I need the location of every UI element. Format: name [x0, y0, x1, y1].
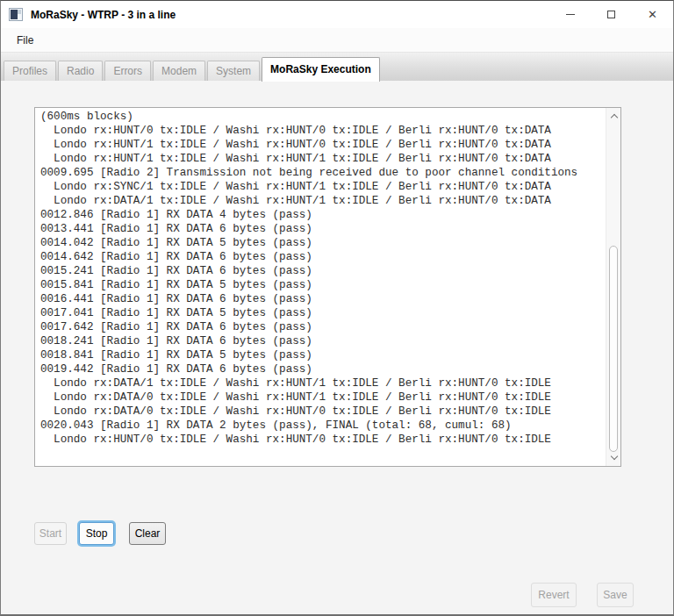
- maximize-icon: [607, 11, 615, 18]
- tab-profiles: Profiles: [4, 61, 56, 81]
- close-icon: ✕: [648, 9, 657, 20]
- tab-morasky-execution[interactable]: MoRaSky Execution: [262, 57, 380, 82]
- chevron-up-icon: [610, 114, 617, 121]
- scrollbar-up-button[interactable]: [606, 109, 621, 123]
- tab-errors: Errors: [104, 61, 151, 81]
- window-controls: ✕: [549, 1, 673, 28]
- maximize-button[interactable]: [591, 1, 632, 28]
- app-window: MoRaSky - WTRP - 3 in a line ✕ File Prof…: [0, 0, 674, 616]
- app-icon: [9, 8, 23, 21]
- tab-system: System: [207, 61, 260, 81]
- log-scrollbar[interactable]: [606, 108, 620, 466]
- tab-modem: Modem: [153, 61, 205, 81]
- execution-log-textbox[interactable]: (600ms blocks) Londo rx:HUNT/0 tx:IDLE /…: [34, 107, 621, 467]
- save-button: Save: [597, 583, 634, 607]
- clear-button[interactable]: Clear: [129, 522, 166, 545]
- scrollbar-thumb[interactable]: [609, 246, 618, 452]
- revert-button: Revert: [531, 583, 577, 607]
- tab-strip: Profiles Radio Errors Modem System MoRaS…: [1, 52, 673, 81]
- tab-radio: Radio: [58, 61, 103, 81]
- execution-log-text: (600ms blocks) Londo rx:HUNT/0 tx:IDLE /…: [40, 110, 604, 464]
- app-icon-pane-small: [18, 10, 21, 14]
- stop-button[interactable]: Stop: [79, 522, 114, 545]
- tabs-row: Profiles Radio Errors Modem System MoRaS…: [4, 57, 382, 81]
- chevron-down-icon: [610, 453, 617, 460]
- minimize-icon: [566, 14, 575, 15]
- app-icon-pane: [11, 10, 18, 19]
- window-title: MoRaSky - WTRP - 3 in a line: [31, 9, 176, 21]
- menu-item-file[interactable]: File: [11, 34, 39, 47]
- menu-bar: File: [1, 28, 673, 52]
- close-button[interactable]: ✕: [632, 1, 673, 28]
- minimize-button[interactable]: [549, 1, 591, 28]
- title-bar[interactable]: MoRaSky - WTRP - 3 in a line ✕: [1, 1, 673, 28]
- start-button: Start: [34, 522, 67, 545]
- scrollbar-down-button[interactable]: [606, 451, 621, 465]
